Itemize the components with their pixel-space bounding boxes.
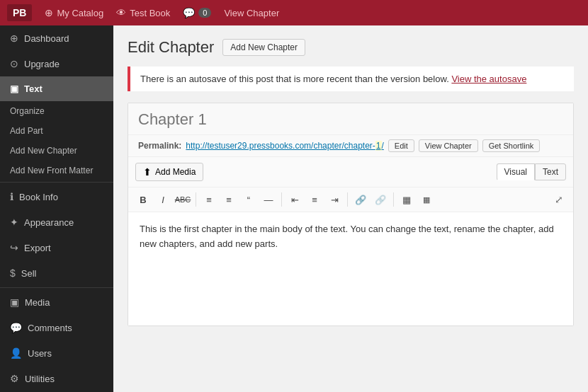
sidebar-item-add-front-matter[interactable]: Add New Front Matter <box>0 161 113 180</box>
sidebar-item-export[interactable]: ↪ Export <box>0 235 113 260</box>
autosave-text: There is an autosave of this post that i… <box>140 74 449 84</box>
catalog-icon: ⊕ <box>45 7 53 18</box>
view-chapter-link[interactable]: View Chapter <box>224 8 279 18</box>
blockquote-button[interactable]: “ <box>239 191 258 208</box>
sidebar-item-add-part[interactable]: Add Part <box>0 121 113 141</box>
view-chapter-button[interactable]: View Chapter <box>419 139 478 152</box>
chapter-title-area <box>128 103 573 135</box>
page-title: Edit Chapter <box>128 38 214 57</box>
permalink-url[interactable]: http://testuser29.pressbooks.com/chapter… <box>186 141 384 151</box>
permalink-row: Permalink: http://testuser29.pressbooks.… <box>128 135 573 157</box>
upgrade-icon: ⊙ <box>10 58 18 69</box>
view-autosave-link[interactable]: View the autosave <box>451 74 526 84</box>
sidebar-item-utilities[interactable]: ⚙ Utilities <box>0 366 113 391</box>
sidebar-divider-2 <box>0 287 113 288</box>
get-shortlink-button[interactable]: Get Shortlink <box>482 139 541 152</box>
sidebar-divider-1 <box>0 182 113 183</box>
horizontal-rule-button[interactable]: — <box>259 191 278 208</box>
top-bar: PB ⊕ My Catalog 👁 Test Book 💬 0 View Cha… <box>0 0 588 25</box>
toolbar-separator-3 <box>347 192 348 207</box>
sidebar-text-section[interactable]: ▣ Text <box>0 76 113 101</box>
editor-body[interactable]: This is the first chapter in the main bo… <box>128 212 573 325</box>
sidebar-item-sell[interactable]: $ Sell <box>0 260 113 286</box>
sidebar-item-book-info[interactable]: ℹ Book Info <box>0 184 113 209</box>
sidebar-item-organize[interactable]: Organize <box>0 101 113 121</box>
remove-link-button[interactable]: 🔗 <box>371 191 390 208</box>
comments-badge: 0 <box>198 8 211 18</box>
my-catalog-link[interactable]: ⊕ My Catalog <box>45 7 103 18</box>
align-center-button[interactable]: ≡ <box>305 191 324 208</box>
bold-button[interactable]: B <box>134 191 152 208</box>
sidebar-item-add-new-chapter[interactable]: Add New Chapter <box>0 141 113 161</box>
sidebar-item-appearance[interactable]: ✦ Appearance <box>0 209 113 235</box>
media-icon: ▣ <box>10 296 19 308</box>
sidebar-item-dashboard[interactable]: ⊕ Dashboard <box>0 25 113 51</box>
book-info-icon: ℹ <box>10 191 13 202</box>
appearance-icon: ✦ <box>10 217 18 228</box>
align-right-button[interactable]: ⇥ <box>325 191 344 208</box>
text-tab[interactable]: Text <box>535 163 566 180</box>
logo[interactable]: PB <box>7 4 32 21</box>
permalink-highlight: 1 <box>375 141 382 151</box>
comments-sidebar-icon: 💬 <box>10 322 22 333</box>
insert-link-button[interactable]: 🔗 <box>351 191 370 208</box>
format-toolbar: B I ABC ≡ ≡ “ — ⇤ ≡ ⇥ 🔗 🔗 ▦ ▦ ⤢ <box>128 188 573 212</box>
toolbar-separator-2 <box>281 192 282 207</box>
permalink-edit-button[interactable]: Edit <box>388 139 414 152</box>
sidebar: ⊕ Dashboard ⊙ Upgrade ▣ Text Organize Ad… <box>0 25 113 392</box>
sidebar-item-media[interactable]: ▣ Media <box>0 289 113 315</box>
expand-editor-button[interactable]: ⤢ <box>550 191 567 208</box>
unordered-list-button[interactable]: ≡ <box>200 191 218 208</box>
visual-tab[interactable]: Visual <box>497 163 535 180</box>
layout: ⊕ Dashboard ⊙ Upgrade ▣ Text Organize Ad… <box>0 25 588 392</box>
add-media-button[interactable]: ⬆ Add Media <box>135 163 203 181</box>
ordered-list-button[interactable]: ≡ <box>220 191 238 208</box>
editor-header: ⬆ Add Media Visual Text <box>128 157 573 188</box>
sell-icon: $ <box>10 267 16 279</box>
comment-icon: 💬 <box>183 7 195 18</box>
add-new-chapter-button[interactable]: Add New Chapter <box>222 39 305 56</box>
view-tabs: Visual Text <box>497 163 566 180</box>
add-media-icon: ⬆ <box>143 166 152 178</box>
utilities-icon: ⚙ <box>10 373 19 384</box>
eye-icon: 👁 <box>116 7 126 18</box>
toolbar-separator-1 <box>196 192 196 207</box>
align-left-button[interactable]: ⇤ <box>285 191 304 208</box>
strikethrough-button[interactable]: ABC <box>174 191 192 208</box>
italic-button[interactable]: I <box>154 191 172 208</box>
insert-table-button[interactable]: ▦ <box>397 191 416 208</box>
chapter-title-input[interactable] <box>138 110 563 129</box>
insert-special-char-button[interactable]: ▦ <box>417 191 436 208</box>
page-title-row: Edit Chapter Add New Chapter <box>128 38 574 57</box>
sidebar-item-users[interactable]: 👤 Users <box>0 340 113 366</box>
autosave-notice: There is an autosave of this post that i… <box>128 67 574 91</box>
text-section-icon: ▣ <box>10 83 18 94</box>
permalink-label: Permalink: <box>138 141 181 151</box>
sidebar-item-upgrade[interactable]: ⊙ Upgrade <box>0 51 113 76</box>
users-icon: 👤 <box>10 347 22 359</box>
dashboard-icon: ⊕ <box>10 33 18 44</box>
comments-link[interactable]: 💬 0 <box>183 7 211 18</box>
toolbar-separator-4 <box>393 192 394 207</box>
test-book-link[interactable]: 👁 Test Book <box>116 7 170 18</box>
chapter-card: Permalink: http://testuser29.pressbooks.… <box>128 103 574 326</box>
sidebar-item-comments[interactable]: 💬 Comments <box>0 315 113 340</box>
export-icon: ↪ <box>10 242 18 253</box>
main-content: Edit Chapter Add New Chapter There is an… <box>113 25 588 392</box>
